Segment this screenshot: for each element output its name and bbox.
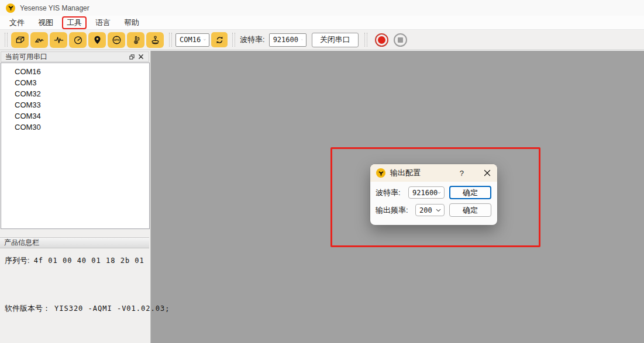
serial-port-select[interactable]: COM16 — [175, 33, 209, 47]
close-icon — [484, 169, 491, 176]
dialog-close-button[interactable] — [484, 169, 491, 176]
chevron-down-icon — [301, 38, 303, 41]
dialog-title: 输出配置 — [390, 168, 455, 178]
menu-tools[interactable]: 工具 — [62, 16, 87, 29]
yesense-logo-icon — [376, 168, 385, 178]
dialog-baud-label: 波特率: — [376, 188, 401, 198]
product-info-title: 产品信息栏 — [4, 238, 39, 248]
toolbar-drag-handle[interactable] — [169, 33, 172, 47]
location-pin-button[interactable] — [88, 32, 106, 48]
chevron-down-icon — [436, 209, 441, 212]
software-version-value: YIS320 -AQMI -V01.02.03; — [54, 304, 170, 313]
utc-clock-button[interactable]: UTC — [108, 32, 125, 48]
list-item-port[interactable]: COM34 — [1, 110, 149, 122]
menu-help[interactable]: 帮助 — [119, 16, 144, 29]
toolbar-drag-handle[interactable] — [5, 33, 8, 47]
dialog-output-rate-label: 输出频率: — [376, 205, 408, 216]
baud-rate-select[interactable]: 921600 — [269, 33, 306, 47]
confirm-baud-button[interactable]: 确定 — [449, 186, 491, 199]
baud-rate-row: 波特率: 921600 确定 — [376, 186, 491, 199]
baud-rate-value: 921600 — [273, 36, 298, 44]
window-title: Yesense YIS Manager — [20, 4, 89, 12]
dialog-body: 波特率: 921600 确定 输出频率: 200 确定 — [370, 182, 497, 217]
float-panel-button[interactable] — [127, 53, 136, 61]
thermometer-button[interactable] — [127, 32, 144, 48]
software-version-row: 软件版本号： YIS320 -AQMI -V01.02.03; — [5, 303, 170, 314]
chevron-down-icon — [204, 38, 206, 41]
serial-port-value: COM16 — [180, 36, 201, 44]
product-info-header: 产品信息栏 — [0, 237, 149, 248]
menu-language[interactable]: 语言 — [91, 16, 115, 29]
refresh-icon — [215, 35, 225, 45]
serial-number-row: 序列号: 4f 01 00 40 01 18 2b 01 — [5, 255, 144, 266]
yesense-logo-icon — [6, 4, 15, 13]
dialog-output-rate-value: 200 — [419, 206, 432, 214]
gauge-button[interactable] — [69, 32, 87, 48]
serial-number-value: 4f 01 00 40 01 18 2b 01 — [34, 257, 144, 265]
close-panel-button[interactable] — [136, 53, 146, 61]
software-version-label: 软件版本号： — [5, 303, 50, 314]
record-controls — [375, 33, 407, 47]
serial-number-label: 序列号: — [5, 255, 30, 266]
menu-view[interactable]: 视图 — [33, 16, 58, 29]
record-button[interactable] — [375, 33, 388, 47]
stop-icon — [398, 37, 403, 43]
close-serial-port-button[interactable]: 关闭串口 — [312, 33, 359, 47]
ports-panel-header: 当前可用串口 — [1, 51, 149, 62]
dialog-baud-value: 921600 — [412, 189, 438, 197]
menu-file[interactable]: 文件 — [5, 16, 29, 29]
close-icon — [138, 54, 144, 60]
window-titlebar: Yesense YIS Manager — [0, 0, 644, 16]
serial-port-list[interactable]: COM16 COM3 COM32 COM33 COM34 COM30 — [1, 63, 150, 229]
list-item-port[interactable]: COM30 — [1, 122, 149, 133]
record-icon — [378, 36, 385, 44]
dialog-titlebar: 输出配置 ? — [370, 164, 497, 182]
list-item-port[interactable]: COM33 — [1, 99, 149, 110]
refresh-ports-button[interactable] — [211, 32, 228, 47]
list-item-port[interactable]: COM16 — [1, 66, 149, 77]
chevron-down-icon — [438, 191, 441, 195]
toolbar-drag-handle[interactable] — [364, 33, 367, 47]
output-config-dialog: 输出配置 ? 波特率: 921600 确定 输出频率: 200 确定 — [370, 164, 497, 225]
svg-text:UTC: UTC — [113, 39, 119, 41]
list-item-port[interactable]: COM3 — [1, 77, 149, 88]
dialog-output-rate-select[interactable]: 200 — [415, 204, 445, 216]
stop-button[interactable] — [394, 33, 407, 47]
confirm-output-rate-button[interactable]: 确定 — [449, 203, 491, 217]
dialog-baud-select[interactable]: 921600 — [408, 186, 445, 199]
baud-rate-label: 波特率: — [240, 34, 265, 45]
pulse-wave-button[interactable] — [50, 32, 67, 48]
list-item-port[interactable]: COM32 — [1, 88, 149, 99]
float-icon — [129, 54, 135, 60]
left-dock-panel: 当前可用串口 COM16 COM3 COM32 COM33 COM34 COM3… — [0, 51, 151, 343]
angle-wave-button[interactable] — [30, 32, 48, 48]
ports-panel-title: 当前可用串口 — [5, 52, 127, 62]
toolbar: UTC COM16 波特率: 921600 — [0, 29, 644, 50]
menu-bar: 文件 视图 工具 语言 帮助 — [0, 16, 644, 29]
dialog-help-button[interactable]: ? — [460, 169, 464, 178]
cube-3d-button[interactable] — [11, 32, 29, 48]
output-rate-row: 输出频率: 200 确定 — [376, 203, 491, 217]
plumb-gyro-button[interactable] — [146, 32, 164, 48]
toolbar-drag-handle[interactable] — [232, 33, 235, 47]
